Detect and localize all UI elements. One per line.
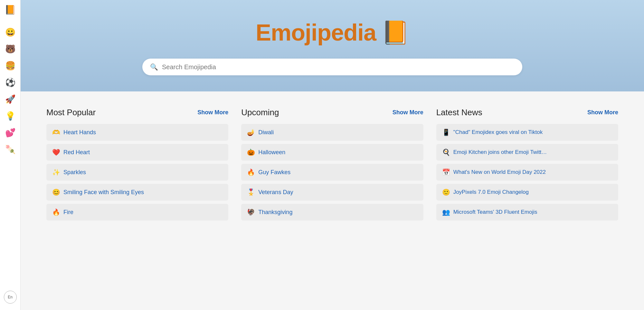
upcoming-title: Upcoming [241,108,279,117]
item-emoji: 🍳 [442,148,450,156]
list-item[interactable]: 🔥 Fire [46,204,228,221]
upcoming-list: 🪔 Diwali 🎃 Halloween 🔥 Guy Fawkes 🎖️ Vet… [241,124,423,221]
most-popular-show-more[interactable]: Show More [197,109,228,116]
news-item[interactable]: 👥 Microsoft Teams' 3D Fluent Emojis [436,204,618,221]
news-item[interactable]: 📅 What's New on World Emoji Day 2022 [436,164,618,181]
item-label: Halloween [258,149,285,156]
main-content: Emojipedia 📙 🔍 Most Popular Show More 🫶 … [21,0,644,310]
item-emoji: 🫶 [52,128,60,136]
list-item[interactable]: 🔥 Guy Fawkes [241,164,423,181]
title-book-emoji: 📙 [381,19,409,46]
list-item[interactable]: 🎖️ Veterans Day [241,184,423,201]
item-emoji: ❤️ [52,148,60,156]
item-label: JoyPixels 7.0 Emoji Changelog [453,189,529,195]
sidebar-item-bulb[interactable]: 💡 [4,109,17,122]
upcoming-section: Upcoming Show More 🪔 Diwali 🎃 Halloween … [241,108,423,294]
item-emoji: 👥 [442,208,450,216]
latest-news-list: 📱 "Chad" Emojidex goes viral on Tiktok 🍳… [436,124,618,221]
most-popular-header: Most Popular Show More [46,108,228,117]
sidebar-logo[interactable]: 📙 [4,3,17,16]
language-selector[interactable]: En [4,291,17,304]
sidebar: 📙 😀 🐻 🍔 ⚽ 🚀 💡 💕 🍡 En [0,0,21,310]
item-emoji: 🎃 [247,148,255,156]
item-label: "Chad" Emojidex goes viral on Tiktok [453,129,543,136]
item-emoji: 🦃 [247,208,255,216]
item-label: Smiling Face with Smiling Eyes [63,189,144,196]
content-area: Most Popular Show More 🫶 Heart Hands ❤️ … [21,91,644,310]
item-label: Thanksgiving [258,209,292,216]
list-item[interactable]: 🎃 Halloween [241,144,423,161]
list-item[interactable]: 🪔 Diwali [241,124,423,141]
latest-news-section: Latest News Show More 📱 "Chad" Emojidex … [436,108,618,294]
item-label: What's New on World Emoji Day 2022 [453,169,546,175]
search-input[interactable] [162,63,515,71]
item-label: Red Heart [63,149,90,156]
sidebar-item-smiley[interactable]: 😀 [4,26,17,39]
most-popular-section: Most Popular Show More 🫶 Heart Hands ❤️ … [46,108,228,294]
news-item[interactable]: 🍳 Emoji Kitchen joins other Emoji Twitt… [436,144,618,161]
item-label: Heart Hands [63,129,96,136]
most-popular-list: 🫶 Heart Hands ❤️ Red Heart ✨ Sparkles 😊 … [46,124,228,221]
item-emoji: ✨ [52,168,60,176]
item-label: Emoji Kitchen joins other Emoji Twitt… [453,149,547,155]
item-label: Diwali [258,129,274,136]
list-item[interactable]: 🫶 Heart Hands [46,124,228,141]
item-label: Microsoft Teams' 3D Fluent Emojis [453,209,537,215]
upcoming-header: Upcoming Show More [241,108,423,117]
item-emoji: 🪔 [247,128,255,136]
item-label: Fire [63,209,73,216]
search-bar[interactable]: 🔍 [142,59,522,75]
list-item[interactable]: ❤️ Red Heart [46,144,228,161]
search-icon: 🔍 [150,63,158,71]
item-label: Guy Fawkes [258,169,290,176]
list-item[interactable]: 😊 Smiling Face with Smiling Eyes [46,184,228,201]
item-label: Sparkles [63,169,86,176]
item-emoji: 😊 [52,188,60,196]
upcoming-show-more[interactable]: Show More [393,109,423,116]
sidebar-item-bear[interactable]: 🐻 [4,42,17,55]
sidebar-item-soccer[interactable]: ⚽ [4,76,17,89]
list-item[interactable]: 🦃 Thanksgiving [241,204,423,221]
sidebar-item-rocket[interactable]: 🚀 [4,93,17,106]
sidebar-item-hearts[interactable]: 💕 [4,126,17,139]
item-emoji: 🙂 [442,188,450,196]
latest-news-show-more[interactable]: Show More [587,109,618,116]
sidebar-item-burger[interactable]: 🍔 [4,59,17,72]
news-item[interactable]: 📱 "Chad" Emojidex goes viral on Tiktok [436,124,618,141]
latest-news-header: Latest News Show More [436,108,618,117]
hero-title: Emojipedia 📙 [256,19,409,46]
item-emoji: 🔥 [247,168,255,176]
hero-section: Emojipedia 📙 🔍 [21,0,644,91]
news-item[interactable]: 🙂 JoyPixels 7.0 Emoji Changelog [436,184,618,201]
item-emoji: 🎖️ [247,188,255,196]
item-emoji: 📅 [442,168,450,176]
list-item[interactable]: ✨ Sparkles [46,164,228,181]
most-popular-title: Most Popular [46,108,96,117]
item-emoji: 📱 [442,128,450,136]
site-title-text: Emojipedia [256,19,376,46]
item-label: Veterans Day [258,189,293,196]
latest-news-title: Latest News [436,108,482,117]
sidebar-item-dango[interactable]: 🍡 [4,143,17,156]
item-emoji: 🔥 [52,208,60,216]
